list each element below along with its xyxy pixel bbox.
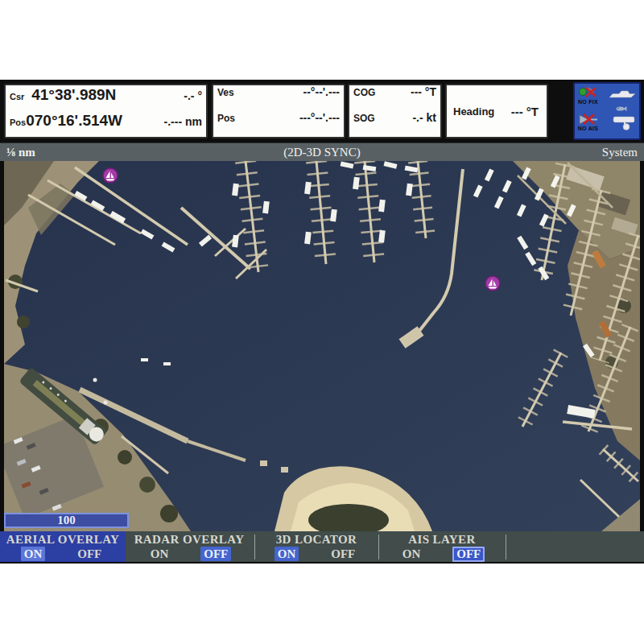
radar-on-button[interactable]: ON — [147, 547, 172, 561]
range-indicator: ⅛ nm — [6, 146, 35, 159]
locator-on-button[interactable]: ON — [275, 547, 299, 561]
vessel-lon-value: ---°--'.--- — [299, 111, 340, 124]
instrument-panel: Csr 41°38'.989N -.- ° Pos 070°16'.514W -… — [0, 80, 644, 142]
ais-layer-label: AIS LAYER — [408, 533, 476, 547]
softkey-divider-3 — [506, 535, 506, 559]
softkey-ais-layer[interactable]: AIS LAYER ON OFF — [380, 531, 504, 562]
scale-bar: 100 — [4, 513, 129, 528]
radar-overlay-label: RADAR OVERLAY — [134, 533, 245, 547]
vessel-label: Ves — [217, 87, 234, 98]
softkey-menu-bar: AERIAL OVERLAY ON OFF RADAR OVERLAY ON O… — [0, 531, 644, 564]
fish-icon — [616, 105, 627, 112]
softkey-divider — [254, 535, 255, 559]
cog-label: COG — [353, 87, 375, 98]
cursor-position-box: Csr 41°38'.989N -.- ° Pos 070°16'.514W -… — [4, 84, 208, 138]
vessel-pos-label: Pos — [217, 113, 235, 124]
heading-label: Heading — [447, 105, 494, 118]
cursor-pos-label: Pos — [10, 118, 26, 127]
mooring-dot — [93, 378, 97, 382]
mode-bar: ⅛ nm (2D-3D SYNC) System — [0, 142, 644, 161]
ais-on-button[interactable]: ON — [399, 547, 424, 562]
cursor-bearing-value: -.- ° — [184, 89, 202, 102]
ais-off-button[interactable]: OFF — [452, 547, 485, 562]
ais-target-no-ais-icon — [577, 114, 599, 126]
cursor-label: Csr — [10, 92, 24, 101]
boat-icon — [609, 89, 636, 100]
heading-value: --- °T — [511, 105, 547, 118]
system-menu-button[interactable]: System — [602, 146, 638, 159]
cog-value: --- °T — [411, 85, 436, 98]
scale-value: 100 — [57, 514, 76, 527]
locator-label: 3D LOCATOR — [276, 533, 357, 547]
sounder-transducer-icon — [612, 115, 636, 130]
cog-sog-box: COG --- °T SOG -.- kt — [348, 84, 442, 138]
chartplotter-screen: Csr 41°38'.989N -.- ° Pos 070°16'.514W -… — [0, 80, 644, 564]
sog-label: SOG — [353, 113, 375, 124]
mode-title: (2D-3D SYNC) — [0, 146, 644, 159]
marina-marker-icon-2[interactable] — [485, 275, 501, 291]
vessel-lat-value: --°--'.--- — [303, 85, 340, 98]
softkey-aerial-overlay[interactable]: AERIAL OVERLAY ON OFF — [0, 531, 126, 562]
heading-box: Heading --- °T — [445, 84, 548, 138]
no-ais-label: NO AIS — [578, 126, 599, 132]
sog-value: -.- kt — [412, 111, 436, 124]
cursor-lat-value: 41°38'.989N — [31, 86, 116, 104]
no-fix-label: NO FIX — [578, 99, 598, 105]
softkey-radar-overlay[interactable]: RADAR OVERLAY ON OFF — [126, 531, 253, 562]
status-icon-panel: NO FIX NO AIS — [573, 82, 641, 140]
radar-off-button[interactable]: OFF — [200, 547, 231, 561]
softkey-3d-locator[interactable]: 3D LOCATOR ON OFF — [256, 531, 377, 562]
aerial-overlay-label: AERIAL OVERLAY — [6, 533, 120, 547]
no-ais-status: NO AIS — [577, 114, 599, 132]
softkey-divider-2 — [378, 535, 379, 559]
cursor-distance-value: -.--- nm — [164, 115, 202, 128]
mooring-dot-2 — [104, 401, 108, 405]
no-fix-status: NO FIX — [577, 87, 599, 105]
aerial-photo — [4, 161, 640, 531]
aerial-off-button[interactable]: OFF — [74, 547, 105, 561]
cursor-lon-value: 070°16'.514W — [26, 112, 122, 130]
vessel-position-box: Ves --°--'.--- Pos ---°--'.--- — [212, 84, 345, 138]
aerial-on-button[interactable]: ON — [21, 547, 46, 561]
chart-aerial-view[interactable]: 100 — [4, 161, 640, 531]
locator-off-button[interactable]: OFF — [328, 547, 358, 561]
marina-marker-icon[interactable] — [102, 167, 118, 184]
satellite-no-fix-icon — [577, 87, 599, 99]
